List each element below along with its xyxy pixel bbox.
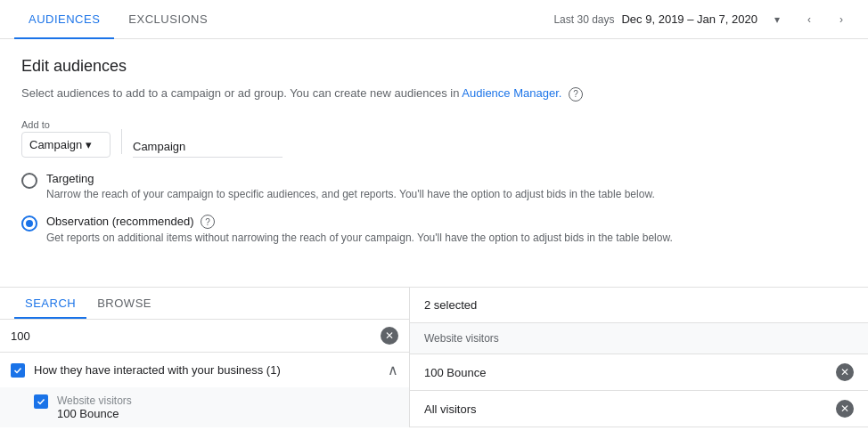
description-help-icon[interactable]: ? <box>569 87 583 102</box>
campaign-input-field <box>133 136 283 158</box>
selected-count: 2 selected <box>410 288 868 323</box>
targeting-label: Targeting <box>46 172 655 185</box>
observation-radio[interactable] <box>21 215 37 232</box>
description-text: Select audiences to add to a campaign or… <box>21 86 847 102</box>
category-row: How they have interacted with your busin… <box>0 353 409 387</box>
campaign-input[interactable] <box>133 136 283 158</box>
selected-item-1: All visitors ✕ <box>410 391 868 427</box>
observation-description: Get reports on additional items without … <box>46 232 673 244</box>
chevron-up-icon[interactable]: ∧ <box>388 362 398 378</box>
main-content: Edit audiences Select audiences to add t… <box>0 39 868 280</box>
selected-item-label-1: All visitors <box>424 402 829 416</box>
dropdown-arrow-icon: ▾ <box>86 138 92 151</box>
observation-help-icon[interactable]: ? <box>201 215 215 229</box>
right-panel: 2 selected Website visitors 100 Bounce ✕… <box>410 288 868 427</box>
remove-item-0-icon[interactable]: ✕ <box>836 363 854 381</box>
observation-label: Observation (recommended) ? <box>46 215 673 230</box>
date-prev-icon[interactable]: ‹ <box>797 7 822 32</box>
targeting-text: Targeting Narrow the reach of your campa… <box>46 172 655 200</box>
selected-item-label-0: 100 Bounce <box>424 366 829 379</box>
date-range-value: Dec 9, 2019 – Jan 7, 2020 <box>621 12 757 26</box>
observation-text: Observation (recommended) ? Get reports … <box>46 215 673 245</box>
remove-item-1-icon[interactable]: ✕ <box>836 400 854 418</box>
search-input[interactable] <box>11 329 373 343</box>
sub-item: Website visitors 100 Bounce <box>0 387 409 427</box>
targeting-description: Narrow the reach of your campaign to spe… <box>46 188 655 200</box>
divider <box>121 129 122 154</box>
tab-search[interactable]: SEARCH <box>14 288 86 319</box>
sub-item-text: Website visitors 100 Bounce <box>57 394 132 420</box>
add-to-row: Add to Campaign ▾ <box>21 119 847 158</box>
tab-browse[interactable]: BROWSE <box>86 288 162 319</box>
selected-item-0: 100 Bounce ✕ <box>410 354 868 391</box>
targeting-radio[interactable] <box>21 173 37 189</box>
sub-item-sub-label: Website visitors <box>57 394 132 407</box>
observation-option: Observation (recommended) ? Get reports … <box>21 215 847 245</box>
clear-search-icon[interactable]: ✕ <box>381 327 398 345</box>
campaign-dropdown[interactable]: Campaign ▾ <box>21 132 111 158</box>
date-range-label: Last 30 days <box>553 13 614 26</box>
section-header: Website visitors <box>410 323 868 354</box>
targeting-option: Targeting Narrow the reach of your campa… <box>21 172 847 200</box>
audience-category: How they have interacted with your busin… <box>0 353 409 427</box>
tab-exclusions[interactable]: EXCLUSIONS <box>114 0 222 39</box>
date-range-area: Last 30 days Dec 9, 2019 – Jan 7, 2020 ▾… <box>553 7 854 32</box>
sub-item-checkbox[interactable] <box>34 394 48 409</box>
tab-audiences[interactable]: AUDIENCES <box>14 0 114 39</box>
category-label: How they have interacted with your busin… <box>34 363 379 377</box>
audience-manager-link[interactable]: Audience Manager. <box>462 86 561 100</box>
tabs-bar: AUDIENCES EXCLUSIONS Last 30 days Dec 9,… <box>0 0 868 39</box>
page-title: Edit audiences <box>21 57 847 76</box>
bottom-panel: SEARCH BROWSE ✕ How they have interacted… <box>0 287 868 427</box>
sub-item-label: 100 Bounce <box>57 407 132 420</box>
add-to-field: Add to Campaign ▾ <box>21 119 111 158</box>
search-row: ✕ <box>0 320 409 353</box>
inner-tabs: SEARCH BROWSE <box>0 288 409 320</box>
date-range-dropdown-icon[interactable]: ▾ <box>765 7 790 32</box>
radio-section: Targeting Narrow the reach of your campa… <box>21 172 847 245</box>
category-checkbox[interactable] <box>11 363 25 378</box>
left-panel: SEARCH BROWSE ✕ How they have interacted… <box>0 288 410 427</box>
date-next-icon[interactable]: › <box>829 7 854 32</box>
add-to-label: Add to <box>21 119 111 130</box>
